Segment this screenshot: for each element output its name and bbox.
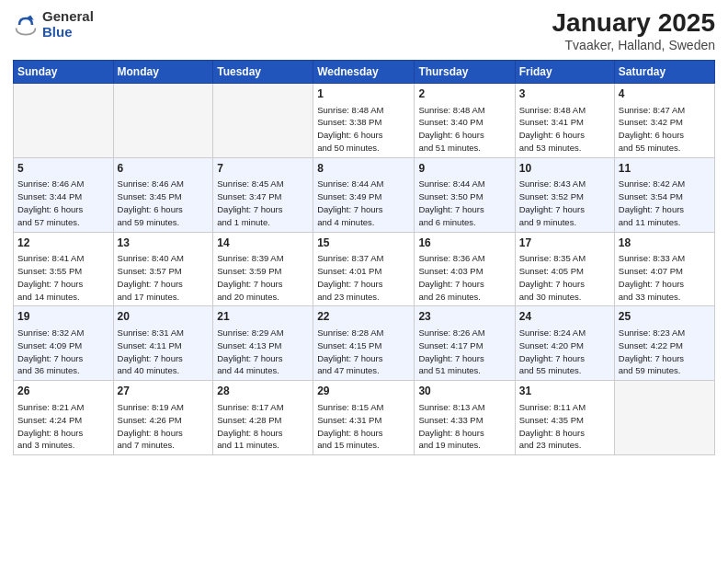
day-info: Sunrise: 8:29 AMSunset: 4:13 PMDaylight:… — [217, 327, 309, 377]
day-info: Sunrise: 8:32 AMSunset: 4:09 PMDaylight:… — [17, 327, 109, 377]
calendar-day-cell: 8Sunrise: 8:44 AMSunset: 3:49 PMDaylight… — [313, 157, 415, 232]
day-info: Sunrise: 8:28 AMSunset: 4:15 PMDaylight:… — [317, 327, 410, 377]
day-number: 19 — [17, 309, 109, 325]
calendar-day-cell: 27Sunrise: 8:19 AMSunset: 4:26 PMDayligh… — [113, 381, 213, 455]
day-info: Sunrise: 8:39 AMSunset: 3:59 PMDaylight:… — [217, 252, 309, 303]
calendar-day-cell: 9Sunrise: 8:44 AMSunset: 3:50 PMDaylight… — [415, 157, 515, 232]
logo-text: General Blue — [42, 9, 94, 40]
day-info: Sunrise: 8:48 AMSunset: 3:38 PMDaylight:… — [317, 104, 410, 155]
day-number: 24 — [519, 309, 610, 325]
day-info: Sunrise: 8:31 AMSunset: 4:11 PMDaylight:… — [118, 327, 210, 377]
calendar-day-cell: 12Sunrise: 8:41 AMSunset: 3:55 PMDayligh… — [14, 232, 114, 306]
calendar-day-cell — [213, 83, 313, 157]
calendar-day-cell: 26Sunrise: 8:21 AMSunset: 4:24 PMDayligh… — [14, 381, 114, 455]
day-info: Sunrise: 8:40 AMSunset: 3:57 PMDaylight:… — [118, 252, 210, 303]
day-number: 8 — [317, 161, 410, 177]
calendar-day-cell: 29Sunrise: 8:15 AMSunset: 4:31 PMDayligh… — [313, 381, 415, 455]
day-number: 2 — [418, 86, 510, 102]
day-number: 27 — [118, 384, 210, 399]
logo-icon — [13, 12, 39, 38]
calendar-day-cell: 11Sunrise: 8:42 AMSunset: 3:54 PMDayligh… — [614, 157, 714, 232]
calendar-week-row: 5Sunrise: 8:46 AMSunset: 3:44 PMDaylight… — [14, 157, 715, 232]
day-number: 31 — [519, 384, 610, 399]
day-info: Sunrise: 8:43 AMSunset: 3:52 PMDaylight:… — [519, 178, 610, 228]
calendar-day-cell: 31Sunrise: 8:11 AMSunset: 4:35 PMDayligh… — [515, 381, 614, 455]
calendar-day-cell: 1Sunrise: 8:48 AMSunset: 3:38 PMDaylight… — [313, 83, 415, 157]
day-info: Sunrise: 8:44 AMSunset: 3:49 PMDaylight:… — [317, 178, 410, 228]
calendar-day-cell: 30Sunrise: 8:13 AMSunset: 4:33 PMDayligh… — [415, 381, 515, 455]
calendar-day-cell: 25Sunrise: 8:23 AMSunset: 4:22 PMDayligh… — [614, 306, 714, 381]
day-info: Sunrise: 8:13 AMSunset: 4:33 PMDaylight:… — [418, 401, 510, 452]
day-info: Sunrise: 8:37 AMSunset: 4:01 PMDaylight:… — [317, 252, 410, 303]
logo: General Blue — [13, 9, 94, 40]
calendar-day-cell: 16Sunrise: 8:36 AMSunset: 4:03 PMDayligh… — [415, 232, 515, 306]
calendar-day-header: Wednesday — [313, 60, 415, 83]
calendar-day-cell: 4Sunrise: 8:47 AMSunset: 3:42 PMDaylight… — [614, 83, 714, 157]
location: Tvaaker, Halland, Sweden — [552, 38, 715, 52]
calendar-day-cell: 14Sunrise: 8:39 AMSunset: 3:59 PMDayligh… — [213, 232, 313, 306]
day-number: 13 — [118, 236, 210, 251]
page-header: General Blue January 2025 Tvaaker, Halla… — [13, 9, 715, 52]
day-info: Sunrise: 8:11 AMSunset: 4:35 PMDaylight:… — [519, 401, 610, 452]
calendar-day-cell: 15Sunrise: 8:37 AMSunset: 4:01 PMDayligh… — [313, 232, 415, 306]
day-number: 9 — [418, 161, 510, 177]
day-number: 20 — [118, 309, 210, 325]
day-number: 10 — [519, 161, 610, 177]
day-info: Sunrise: 8:17 AMSunset: 4:28 PMDaylight:… — [217, 401, 309, 452]
day-info: Sunrise: 8:45 AMSunset: 3:47 PMDaylight:… — [217, 178, 309, 228]
day-number: 15 — [317, 236, 410, 251]
day-info: Sunrise: 8:26 AMSunset: 4:17 PMDaylight:… — [418, 327, 510, 377]
day-number: 28 — [217, 384, 309, 399]
calendar-day-cell — [113, 83, 213, 157]
calendar-week-row: 19Sunrise: 8:32 AMSunset: 4:09 PMDayligh… — [14, 306, 715, 381]
calendar-table: SundayMondayTuesdayWednesdayThursdayFrid… — [13, 60, 715, 455]
day-info: Sunrise: 8:48 AMSunset: 3:40 PMDaylight:… — [418, 104, 510, 155]
calendar-day-header: Thursday — [415, 60, 515, 83]
day-number: 12 — [17, 236, 109, 251]
day-number: 7 — [217, 161, 309, 177]
calendar-day-cell: 6Sunrise: 8:46 AMSunset: 3:45 PMDaylight… — [113, 157, 213, 232]
day-info: Sunrise: 8:35 AMSunset: 4:05 PMDaylight:… — [519, 252, 610, 303]
day-info: Sunrise: 8:19 AMSunset: 4:26 PMDaylight:… — [118, 401, 210, 452]
day-number: 26 — [17, 384, 109, 399]
calendar-day-cell: 13Sunrise: 8:40 AMSunset: 3:57 PMDayligh… — [113, 232, 213, 306]
day-number: 1 — [317, 86, 410, 102]
calendar-day-cell: 3Sunrise: 8:48 AMSunset: 3:41 PMDaylight… — [515, 83, 614, 157]
day-info: Sunrise: 8:21 AMSunset: 4:24 PMDaylight:… — [17, 401, 109, 452]
calendar-day-cell: 2Sunrise: 8:48 AMSunset: 3:40 PMDaylight… — [415, 83, 515, 157]
calendar-week-row: 1Sunrise: 8:48 AMSunset: 3:38 PMDaylight… — [14, 83, 715, 157]
calendar-day-cell: 10Sunrise: 8:43 AMSunset: 3:52 PMDayligh… — [515, 157, 614, 232]
calendar-day-cell: 20Sunrise: 8:31 AMSunset: 4:11 PMDayligh… — [113, 306, 213, 381]
day-info: Sunrise: 8:23 AMSunset: 4:22 PMDaylight:… — [619, 327, 711, 377]
day-number: 14 — [217, 236, 309, 251]
calendar-week-row: 12Sunrise: 8:41 AMSunset: 3:55 PMDayligh… — [14, 232, 715, 306]
calendar-day-cell: 28Sunrise: 8:17 AMSunset: 4:28 PMDayligh… — [213, 381, 313, 455]
month-title: January 2025 — [552, 9, 715, 38]
logo-blue: Blue — [42, 24, 73, 40]
day-number: 6 — [118, 161, 210, 177]
day-info: Sunrise: 8:44 AMSunset: 3:50 PMDaylight:… — [418, 178, 510, 228]
day-number: 17 — [519, 236, 610, 251]
day-number: 18 — [619, 236, 711, 251]
calendar-day-cell: 21Sunrise: 8:29 AMSunset: 4:13 PMDayligh… — [213, 306, 313, 381]
calendar-day-cell: 22Sunrise: 8:28 AMSunset: 4:15 PMDayligh… — [313, 306, 415, 381]
calendar-day-cell: 23Sunrise: 8:26 AMSunset: 4:17 PMDayligh… — [415, 306, 515, 381]
calendar-day-header: Friday — [515, 60, 614, 83]
calendar-day-header: Monday — [113, 60, 213, 83]
calendar-day-cell: 7Sunrise: 8:45 AMSunset: 3:47 PMDaylight… — [213, 157, 313, 232]
day-info: Sunrise: 8:24 AMSunset: 4:20 PMDaylight:… — [519, 327, 610, 377]
day-number: 11 — [619, 161, 711, 177]
day-number: 30 — [418, 384, 510, 399]
day-info: Sunrise: 8:46 AMSunset: 3:44 PMDaylight:… — [17, 178, 109, 228]
day-number: 29 — [317, 384, 410, 399]
day-number: 3 — [519, 86, 610, 102]
calendar-day-cell: 5Sunrise: 8:46 AMSunset: 3:44 PMDaylight… — [14, 157, 114, 232]
calendar-day-header: Saturday — [614, 60, 714, 83]
day-number: 16 — [418, 236, 510, 251]
day-info: Sunrise: 8:33 AMSunset: 4:07 PMDaylight:… — [619, 252, 711, 303]
page-container: General Blue January 2025 Tvaaker, Halla… — [0, 0, 728, 465]
day-number: 22 — [317, 309, 410, 325]
day-info: Sunrise: 8:41 AMSunset: 3:55 PMDaylight:… — [17, 252, 109, 303]
calendar-day-cell — [14, 83, 114, 157]
day-info: Sunrise: 8:42 AMSunset: 3:54 PMDaylight:… — [619, 178, 711, 228]
